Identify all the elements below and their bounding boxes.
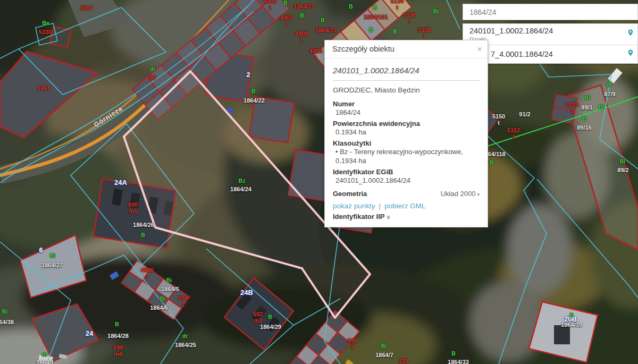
result-subtitle: Działki bbox=[469, 36, 622, 43]
field-value-numer: 1864/24 bbox=[333, 108, 480, 117]
chevron-down-icon: ▾ bbox=[477, 192, 480, 197]
search-input[interactable] bbox=[463, 4, 637, 20]
crs-selected-value: Układ 2000 bbox=[441, 190, 476, 198]
search-result-item[interactable]: 7_4.0001.1864/24 bbox=[463, 45, 637, 64]
field-value-egib: 240101_1.0002.1864/24 bbox=[333, 176, 480, 185]
field-value-klasouzytki: • Bz - Tereny rekreacyjno-wypoczynkowe, … bbox=[333, 148, 480, 166]
result-title: 240101_1.0002.1864/24 bbox=[469, 27, 622, 36]
divider bbox=[333, 80, 480, 81]
gis-parcel-viewer: { "search_panel": { "query": "1864/24", … bbox=[0, 0, 638, 364]
building-roof bbox=[249, 97, 294, 143]
field-label-numer: Numer bbox=[333, 99, 480, 108]
locality-name: GRODZIEC, Miasto Będzin bbox=[333, 86, 480, 94]
search-results-list: 240101_1.0002.1864/24 Działki 7_4.0001.1… bbox=[463, 23, 638, 64]
object-details-popup: Szczegóły obiektu × 240101_1.0002.1864/2… bbox=[324, 40, 488, 227]
field-label-klasouzytki: Klasoużytki bbox=[333, 139, 480, 148]
zoom-to-feature-icon[interactable] bbox=[627, 29, 634, 39]
zoom-to-feature-icon[interactable] bbox=[627, 49, 634, 60]
link-divider: | bbox=[379, 202, 381, 210]
popup-header: Szczegóły obiektu × bbox=[325, 40, 488, 58]
crs-dropdown[interactable]: Układ 2000▾ bbox=[441, 190, 480, 198]
popup-body: 240101_1.0002.1864/24 GRODZIEC, Miasto B… bbox=[325, 58, 488, 227]
iip-label: Identyfikator IIP bbox=[333, 213, 385, 221]
iip-expander[interactable]: Identyfikator IIP∨ bbox=[333, 213, 480, 221]
show-points-link[interactable]: pokaż punkty bbox=[333, 202, 375, 210]
chevron-down-icon: ∨ bbox=[387, 214, 391, 220]
search-result-item[interactable]: 240101_1.0002.1864/24 Działki bbox=[463, 24, 637, 45]
popup-title: Szczegóły obiektu bbox=[332, 45, 394, 53]
geometry-label: Geometria bbox=[333, 189, 367, 198]
garage-5330 bbox=[50, 27, 71, 47]
garage-2039 bbox=[552, 95, 577, 123]
parcel-search-box[interactable] bbox=[463, 4, 638, 20]
close-icon[interactable]: × bbox=[477, 40, 482, 58]
feature-id: 240101_1.0002.1864/24 bbox=[333, 66, 480, 75]
download-gml-link[interactable]: pobierz GML bbox=[384, 202, 425, 210]
field-value-powierzchnia: 0.1934 ha bbox=[333, 128, 480, 137]
field-label-egib: Identyfikator EGiB bbox=[333, 167, 480, 176]
field-label-powierzchnia: Powierzchnia ewidencyjna bbox=[333, 119, 480, 128]
result-title: 7_4.0001.1864/24 bbox=[491, 50, 622, 59]
